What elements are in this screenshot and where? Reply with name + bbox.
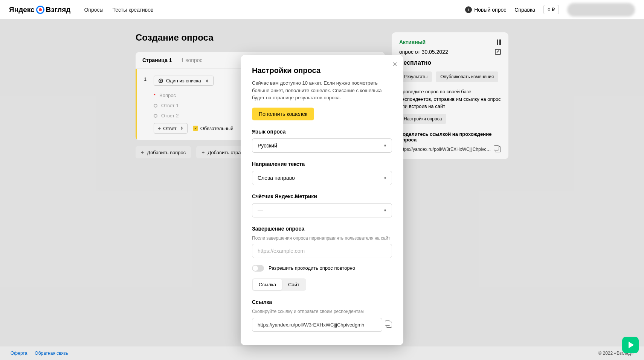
repeat-toggle-label: Разрешить проходить опрос повторно [269,265,355,271]
completion-label: Завершение опроса [252,226,392,232]
direction-label: Направление текста [252,161,392,167]
balance[interactable]: 0 ₽ [543,5,559,14]
link-sublabel: Скопируйте ссылку и отправьте своим респ… [252,309,392,314]
chat-button[interactable] [622,337,639,353]
logo-eye-icon [36,6,44,14]
seg-site[interactable]: Сайт [282,279,305,290]
metrica-field: Счётчик Яндекс.Метрики — ▲▼ [252,193,392,217]
nav-surveys[interactable]: Опросы [84,7,103,13]
modal-close-button[interactable]: × [392,60,397,68]
modal-description: Сейчас вам доступно 10 анкет. Если нужно… [252,79,392,102]
oferta-link[interactable]: Оферта [11,351,27,356]
chevron-updown-icon: ▲▼ [384,209,386,212]
new-survey-button[interactable]: + Новый опрос [465,6,506,13]
direction-select[interactable]: Слева направо ▲▼ [252,171,392,185]
topup-wallet-button[interactable]: Пополнить кошелек [252,108,314,120]
modal-backdrop[interactable]: × Настройки опроса Сейчас вам доступно 1… [0,20,644,346]
nav-links: Опросы Тесты креативов [84,7,153,13]
seg-link[interactable]: Ссылка [253,279,282,290]
metrica-value: — [258,207,263,213]
direction-field: Направление текста Слева направо ▲▼ [252,161,392,185]
metrica-label: Счётчик Яндекс.Метрики [252,193,392,199]
nav-creatives[interactable]: Тесты креативов [113,7,154,13]
repeat-toggle-row: Разрешить проходить опрос повторно [252,265,392,272]
completion-url-input[interactable] [252,244,392,258]
user-avatar-blurred[interactable] [567,3,635,17]
new-survey-label: Новый опрос [474,7,506,13]
link-label: Ссылка [252,299,392,305]
brand-yandex: Яндекс [9,6,35,14]
completion-sublabel: После завершения опроса перенаправлять п… [252,235,392,241]
chevron-updown-icon: ▲▼ [384,144,386,147]
logo[interactable]: Яндекс Взгляд [9,6,70,14]
repeat-toggle[interactable] [252,265,264,272]
language-value: Русский [258,143,277,149]
main-area: Создание опроса Страница 1 1 вопрос 1 Од… [0,20,644,346]
app-header: Яндекс Взгляд Опросы Тесты креативов + Н… [0,0,644,20]
survey-settings-modal: × Настройки опроса Сейчас вам доступно 1… [241,55,403,345]
footer: Оферта Обратная связь © 2022 «Взгляд» [0,346,644,360]
language-field: Язык опроса Русский ▲▼ [252,129,392,153]
direction-value: Слева направо [258,175,295,181]
help-link[interactable]: Справка [514,7,535,13]
modal-title: Настройки опроса [252,66,392,75]
language-label: Язык опроса [252,129,392,135]
embed-segmented-control: Ссылка Сайт [252,278,306,291]
header-right: + Новый опрос Справка 0 ₽ [465,3,635,17]
chevron-updown-icon: ▲▼ [384,176,386,179]
metrica-select[interactable]: — ▲▼ [252,203,392,217]
share-link-field[interactable]: https://yandex.ru/poll/W3rEXHxWCjjjChpiv… [252,318,382,332]
language-select[interactable]: Русский ▲▼ [252,138,392,153]
link-field-group: Ссылка Скопируйте ссылку и отправьте сво… [252,299,392,332]
play-icon [629,342,634,348]
copy-icon[interactable] [386,322,392,328]
feedback-link[interactable]: Обратная связь [35,351,68,356]
completion-field: Завершение опроса После завершения опрос… [252,226,392,258]
plus-circle-icon: + [465,6,472,13]
brand-vzglyad: Взгляд [46,6,71,14]
